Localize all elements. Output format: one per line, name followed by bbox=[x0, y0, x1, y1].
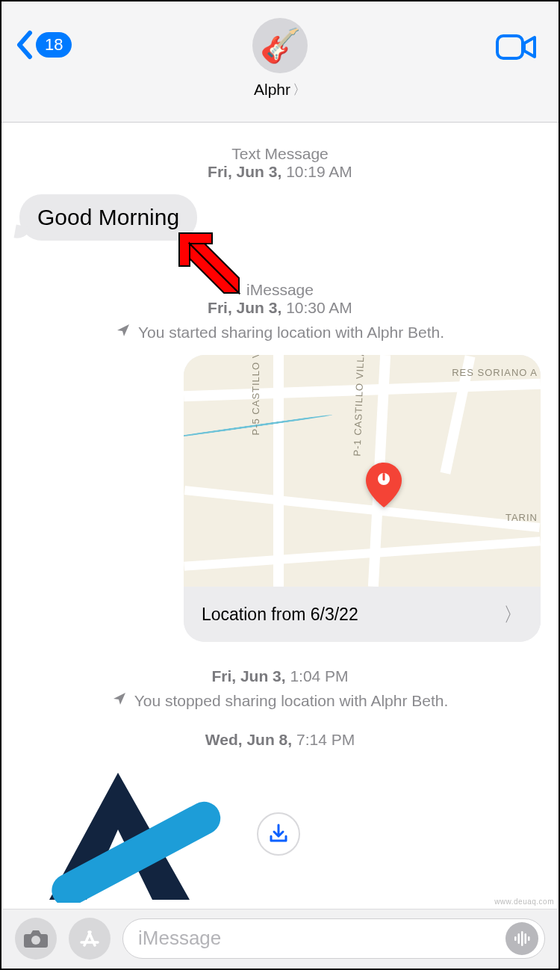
status-text: You stopped sharing location with Alphr … bbox=[134, 692, 449, 710]
svg-rect-9 bbox=[528, 936, 530, 941]
contact-avatar[interactable]: 🎸 bbox=[252, 18, 308, 73]
timestamp-block: Fri, Jun 3, 1:04 PM bbox=[19, 667, 541, 685]
location-arrow-icon bbox=[116, 323, 131, 342]
svg-rect-6 bbox=[518, 933, 520, 944]
svg-point-4 bbox=[31, 936, 40, 945]
message-row: P-5 CASTILLO VILLAGE P-1 CASTILLO VILLAG… bbox=[19, 355, 541, 642]
app-store-button[interactable] bbox=[69, 918, 111, 960]
timestamp-block: Text Message Fri, Jun 3, 10:19 AM bbox=[19, 145, 541, 181]
contact-name-label: Alphr bbox=[254, 81, 290, 99]
message-input-container[interactable] bbox=[122, 918, 545, 959]
incoming-message-bubble[interactable]: Good Morning bbox=[19, 194, 197, 241]
timestamp-block: iMessage Fri, Jun 3, 10:30 AM bbox=[19, 281, 541, 317]
back-button[interactable]: 18 bbox=[15, 30, 72, 60]
location-caption: Location from 6/3/22 bbox=[202, 605, 358, 625]
message-thread[interactable]: Text Message Fri, Jun 3, 10:19 AM Good M… bbox=[1, 123, 559, 912]
app-store-icon bbox=[77, 926, 102, 951]
watermark: www.deuaq.com bbox=[494, 898, 554, 906]
status-text: You started sharing location with Alphr … bbox=[138, 324, 444, 342]
video-icon bbox=[496, 33, 538, 61]
conversation-header: 18 🎸 Alphr 〉 bbox=[1, 1, 559, 123]
location-status: You stopped sharing location with Alphr … bbox=[19, 691, 541, 710]
map-pin-icon bbox=[363, 461, 405, 503]
download-button[interactable] bbox=[257, 812, 300, 856]
message-row: Good Morning bbox=[19, 194, 541, 241]
channel-label: iMessage bbox=[19, 281, 541, 299]
location-card[interactable]: P-5 CASTILLO VILLAGE P-1 CASTILLO VILLAG… bbox=[184, 355, 541, 642]
camera-button[interactable] bbox=[15, 918, 57, 960]
timestamp: Fri, Jun 3, 10:30 AM bbox=[19, 299, 541, 317]
svg-rect-8 bbox=[525, 933, 527, 944]
camera-icon bbox=[23, 928, 49, 949]
message-text: Good Morning bbox=[37, 205, 179, 229]
location-status: You started sharing location with Alphr … bbox=[19, 323, 541, 342]
location-arrow-icon bbox=[112, 691, 127, 710]
alphr-logo-icon bbox=[19, 765, 236, 903]
timestamp: Fri, Jun 3, 1:04 PM bbox=[19, 667, 541, 685]
message-input[interactable] bbox=[138, 927, 505, 950]
download-icon bbox=[267, 823, 290, 845]
guitar-icon: 🎸 bbox=[260, 26, 301, 65]
contact-name-button[interactable]: Alphr 〉 bbox=[254, 81, 306, 99]
map-preview: P-5 CASTILLO VILLAGE P-1 CASTILLO VILLAG… bbox=[184, 355, 541, 587]
timestamp-block: Wed, Jun 8, 7:14 PM bbox=[19, 731, 541, 749]
facetime-button[interactable] bbox=[496, 33, 538, 64]
chevron-left-icon bbox=[15, 30, 33, 60]
svg-rect-0 bbox=[497, 36, 523, 58]
image-attachment[interactable] bbox=[19, 765, 236, 903]
svg-rect-5 bbox=[514, 936, 517, 941]
svg-rect-7 bbox=[521, 931, 523, 946]
timestamp: Wed, Jun 8, 7:14 PM bbox=[19, 731, 541, 749]
dictation-button[interactable] bbox=[505, 922, 538, 955]
location-caption-row: Location from 6/3/22 〉 bbox=[184, 587, 541, 642]
compose-bar bbox=[3, 909, 557, 967]
waveform-icon bbox=[512, 929, 532, 948]
timestamp: Fri, Jun 3, 10:19 AM bbox=[19, 163, 541, 181]
chevron-right-icon: 〉 bbox=[503, 602, 523, 628]
svg-rect-2 bbox=[383, 473, 385, 481]
message-row bbox=[19, 765, 541, 903]
unread-badge: 18 bbox=[36, 32, 72, 58]
chevron-right-icon: 〉 bbox=[293, 81, 306, 99]
channel-label: Text Message bbox=[19, 145, 541, 163]
